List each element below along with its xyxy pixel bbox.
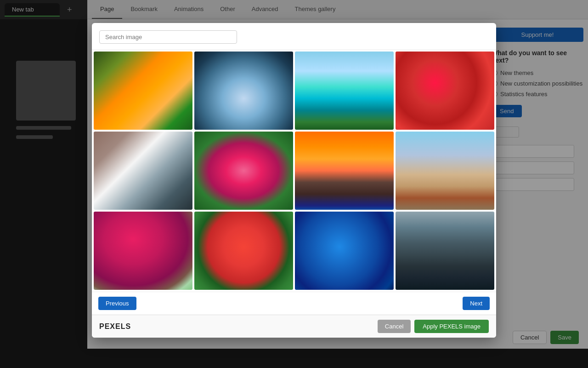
image-picker-dialog: Previous Next PEXELS Cancel Apply PEXELS… [92, 23, 496, 338]
next-button[interactable]: Next [463, 297, 490, 310]
dialog-bottom-bar: PEXELS Cancel Apply PEXELS image [92, 315, 496, 338]
image-cell-8[interactable] [396, 132, 494, 210]
dialog-search-input[interactable] [99, 30, 237, 44]
previous-button[interactable]: Previous [98, 297, 136, 310]
image-cell-12[interactable] [396, 212, 494, 290]
image-cell-9[interactable] [94, 212, 192, 290]
image-grid [92, 50, 496, 292]
dialog-footer-nav: Previous Next [92, 292, 496, 315]
image-cell-1[interactable] [94, 52, 192, 130]
dialog-actions: Cancel Apply PEXELS image [378, 320, 489, 333]
apply-pexels-button[interactable]: Apply PEXELS image [414, 320, 489, 333]
dialog-overlay: Previous Next PEXELS Cancel Apply PEXELS… [0, 0, 588, 368]
image-cell-3[interactable] [295, 52, 394, 130]
image-cell-4[interactable] [396, 52, 494, 130]
image-cell-10[interactable] [194, 212, 293, 290]
pexels-brand: PEXELS [99, 322, 131, 331]
image-cell-2[interactable] [194, 52, 293, 130]
image-cell-6[interactable] [194, 132, 293, 210]
cancel-button[interactable]: Cancel [378, 320, 411, 333]
dialog-header [92, 23, 496, 50]
image-cell-5[interactable] [94, 132, 192, 210]
image-cell-11[interactable] [295, 212, 394, 290]
image-cell-7[interactable] [295, 132, 394, 210]
